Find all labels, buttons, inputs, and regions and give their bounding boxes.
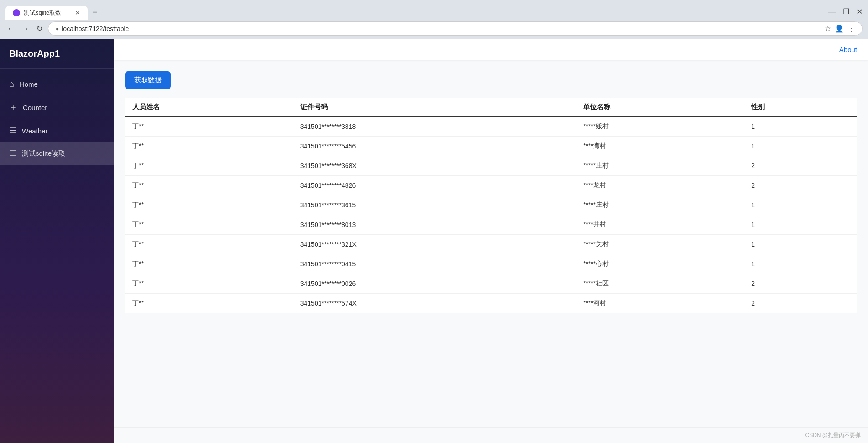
cell-name: 丁** — [125, 195, 293, 215]
tab-favicon-icon — [13, 9, 20, 16]
table-row: 丁**341501********0026*****社区2 — [125, 274, 857, 294]
cell-unit: *****贩村 — [576, 116, 744, 137]
weather-icon: ☰ — [9, 126, 16, 136]
bookmark-button[interactable]: ☆ — [825, 24, 831, 33]
testsqlite-icon: ☰ — [9, 148, 16, 158]
table-row: 丁**341501********3615*****庄村1 — [125, 195, 857, 215]
cell-id_no: 341501********8013 — [293, 215, 576, 235]
sidebar-item-testsqlite[interactable]: ☰ 测试sqlite读取 — [0, 142, 114, 165]
table-row: 丁**341501********8013****井村1 — [125, 215, 857, 235]
table-row: 丁**341501********0415*****心村1 — [125, 254, 857, 274]
maximize-button[interactable]: ❐ — [843, 7, 849, 16]
tab-close-button[interactable]: ✕ — [75, 9, 80, 16]
main-content: About 获取数据 人员姓名 证件号码 单位名称 性别 丁**341501**… — [114, 39, 868, 443]
cell-id_no: 341501********3615 — [293, 195, 576, 215]
table-row: 丁**341501********4826****龙村2 — [125, 176, 857, 195]
back-button[interactable]: ← — [5, 23, 16, 35]
sidebar: BlazorApp1 ⌂ Home ＋ Counter ☰ Weather ☰ … — [0, 39, 114, 443]
cell-unit: *****心村 — [576, 254, 744, 274]
col-header-name: 人员姓名 — [125, 98, 293, 116]
browser-tabs: 测试sqlite取数 ✕ + — [5, 5, 101, 20]
window-controls: — ❐ ✕ — [828, 7, 863, 16]
cell-id_no: 341501********4826 — [293, 176, 576, 195]
cell-id_no: 341501********321X — [293, 235, 576, 254]
table-row: 丁**341501********5456****湾村1 — [125, 137, 857, 156]
cell-id_no: 341501********0026 — [293, 274, 576, 294]
table-header-row: 人员姓名 证件号码 单位名称 性别 — [125, 98, 857, 116]
browser-chrome: 测试sqlite取数 ✕ + — ❐ ✕ — [0, 0, 868, 20]
cell-gender: 1 — [744, 254, 857, 274]
menu-button[interactable]: ⋮ — [847, 24, 855, 33]
fetch-data-button[interactable]: 获取数据 — [125, 71, 171, 89]
sidebar-item-counter-label: Counter — [23, 104, 47, 111]
minimize-button[interactable]: — — [828, 8, 836, 16]
sidebar-item-counter[interactable]: ＋ Counter — [0, 95, 114, 119]
cell-gender: 2 — [744, 274, 857, 294]
cell-id_no: 341501********3818 — [293, 116, 576, 137]
cell-name: 丁** — [125, 274, 293, 294]
data-table: 人员姓名 证件号码 单位名称 性别 丁**341501********3818*… — [125, 98, 857, 313]
cell-unit: *****关村 — [576, 235, 744, 254]
cell-name: 丁** — [125, 215, 293, 235]
sidebar-item-testsqlite-label: 测试sqlite读取 — [22, 149, 65, 158]
cell-gender: 1 — [744, 195, 857, 215]
cell-gender: 1 — [744, 235, 857, 254]
main-body: 获取数据 人员姓名 证件号码 单位名称 性别 丁**341501********… — [114, 60, 868, 427]
cell-name: 丁** — [125, 116, 293, 137]
col-header-gender: 性别 — [744, 98, 857, 116]
main-header: About — [114, 39, 868, 60]
cell-unit: *****庄村 — [576, 195, 744, 215]
new-tab-button[interactable]: + — [89, 5, 101, 20]
cell-name: 丁** — [125, 254, 293, 274]
profile-button[interactable]: 👤 — [835, 24, 844, 33]
cell-id_no: 341501********368X — [293, 156, 576, 176]
table-row: 丁**341501********574X****河村2 — [125, 294, 857, 313]
cell-id_no: 341501********574X — [293, 294, 576, 313]
app-container: BlazorApp1 ⌂ Home ＋ Counter ☰ Weather ☰ … — [0, 39, 868, 443]
browser-title-bar: 测试sqlite取数 ✕ + — ❐ ✕ — [5, 4, 863, 20]
forward-button[interactable]: → — [20, 23, 31, 35]
table-row: 丁**341501********3818*****贩村1 — [125, 116, 857, 137]
cell-gender: 2 — [744, 294, 857, 313]
tab-title: 测试sqlite取数 — [24, 9, 61, 17]
address-right-controls: ☆ 👤 ⋮ — [825, 24, 855, 33]
cell-unit: ****湾村 — [576, 137, 744, 156]
cell-unit: ****井村 — [576, 215, 744, 235]
col-header-idno: 证件号码 — [293, 98, 576, 116]
sidebar-brand: BlazorApp1 — [0, 39, 114, 69]
address-lock-icon: ● — [56, 26, 59, 32]
cell-gender: 2 — [744, 176, 857, 195]
cell-name: 丁** — [125, 294, 293, 313]
cell-unit: *****庄村 — [576, 156, 744, 176]
cell-unit: ****龙村 — [576, 176, 744, 195]
close-button[interactable]: ✕ — [857, 7, 863, 16]
sidebar-item-weather-label: Weather — [22, 127, 47, 135]
table-row: 丁**341501********368X*****庄村2 — [125, 156, 857, 176]
sidebar-nav: ⌂ Home ＋ Counter ☰ Weather ☰ 测试sqlite读取 — [0, 69, 114, 443]
cell-gender: 1 — [744, 116, 857, 137]
about-link[interactable]: About — [839, 46, 857, 53]
plus-icon: ＋ — [9, 102, 17, 113]
cell-unit: ****河村 — [576, 294, 744, 313]
sidebar-item-home[interactable]: ⌂ Home — [0, 73, 114, 95]
cell-name: 丁** — [125, 156, 293, 176]
cell-name: 丁** — [125, 176, 293, 195]
home-icon: ⌂ — [9, 79, 14, 89]
active-tab[interactable]: 测试sqlite取数 ✕ — [5, 6, 88, 20]
cell-gender: 2 — [744, 156, 857, 176]
address-bar[interactable]: ● localhost:7122/testtable ☆ 👤 ⋮ — [48, 21, 863, 36]
cell-unit: *****社区 — [576, 274, 744, 294]
cell-gender: 1 — [744, 215, 857, 235]
table-row: 丁**341501********321X*****关村1 — [125, 235, 857, 254]
cell-name: 丁** — [125, 235, 293, 254]
cell-id_no: 341501********5456 — [293, 137, 576, 156]
cell-gender: 1 — [744, 137, 857, 156]
cell-id_no: 341501********0415 — [293, 254, 576, 274]
sidebar-item-home-label: Home — [20, 80, 38, 88]
footer-watermark: CSDN @扎量丙不要弹 — [114, 427, 868, 443]
address-text: localhost:7122/testtable — [62, 25, 129, 32]
col-header-unit: 单位名称 — [576, 98, 744, 116]
reload-button[interactable]: ↻ — [35, 22, 44, 35]
sidebar-item-weather[interactable]: ☰ Weather — [0, 119, 114, 142]
cell-name: 丁** — [125, 137, 293, 156]
